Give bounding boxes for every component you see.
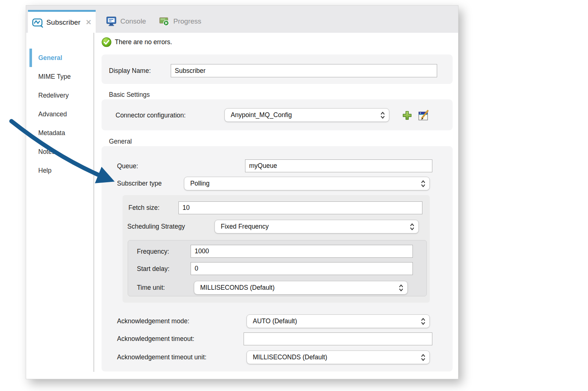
success-check-icon xyxy=(102,37,111,47)
acknowledgement-mode-select[interactable]: AUTO (Default) xyxy=(247,314,430,328)
queue-label: Queue: xyxy=(117,162,138,170)
display-name-label: Display Name: xyxy=(109,66,151,75)
sidebar-divider xyxy=(93,33,94,372)
connector-configuration-label: Connector configuration: xyxy=(116,111,186,120)
start-delay-label: Start delay: xyxy=(137,264,170,273)
add-config-icon[interactable] xyxy=(402,110,412,121)
fetch-size-label: Fetch size: xyxy=(128,203,160,212)
close-icon[interactable]: ✕ xyxy=(86,18,92,27)
time-unit-value: MILLISECONDS (Default) xyxy=(200,284,399,292)
chevron-up-down-icon xyxy=(421,179,426,188)
edit-config-icon[interactable] xyxy=(417,109,429,121)
start-delay-input[interactable] xyxy=(191,262,413,275)
sidebar-item-metadata[interactable]: Metadata xyxy=(38,128,65,137)
chevron-up-down-icon xyxy=(421,317,426,326)
tab-console[interactable]: Console xyxy=(106,10,146,33)
acknowledgement-mode-label: Acknowledgement mode: xyxy=(117,317,189,325)
screenshot-page: Subscriber ✕ Console Progress xyxy=(0,0,588,391)
acknowledgement-timeout-unit-select[interactable]: MILLISECONDS (Default) xyxy=(247,351,430,364)
subscriber-wave-icon xyxy=(32,17,43,28)
acknowledgement-mode-value: AUTO (Default) xyxy=(253,317,421,325)
tab-subscriber[interactable]: Subscriber ✕ xyxy=(28,10,96,33)
console-icon xyxy=(106,16,117,27)
sidebar-item-mime-type[interactable]: MIME Type xyxy=(38,72,71,81)
display-name-input[interactable] xyxy=(171,64,437,77)
acknowledgement-timeout-unit-label: Acknowledgement timeout unit: xyxy=(117,353,206,362)
chevron-up-down-icon xyxy=(410,222,415,231)
frequency-label: Frequency: xyxy=(137,247,169,256)
time-unit-label: Time unit: xyxy=(137,283,165,292)
sidebar-item-advanced[interactable]: Advanced xyxy=(38,110,67,119)
general-heading: General xyxy=(109,138,132,145)
chevron-up-down-icon xyxy=(380,111,385,120)
scheduling-strategy-select[interactable]: Fixed Frequency xyxy=(215,220,419,233)
scheduling-strategy-label: Scheduling Strategy xyxy=(127,222,185,231)
subscriber-type-label: Subscriber type xyxy=(117,179,162,188)
progress-icon xyxy=(159,16,170,27)
sidebar-active-indicator xyxy=(29,49,32,67)
tab-subscriber-label: Subscriber xyxy=(46,18,81,27)
scheduling-strategy-value: Fixed Frequency xyxy=(221,223,410,230)
fetch-size-input[interactable] xyxy=(178,201,422,214)
status-message: There are no errors. xyxy=(115,38,172,46)
acknowledgement-timeout-unit-value: MILLISECONDS (Default) xyxy=(253,353,421,361)
tab-progress[interactable]: Progress xyxy=(159,10,201,33)
tab-progress-label: Progress xyxy=(173,17,201,25)
sidebar-item-help[interactable]: Help xyxy=(38,166,52,175)
connector-configuration-select[interactable]: Anypoint_MQ_Config xyxy=(224,108,389,122)
sidebar-item-general[interactable]: General xyxy=(38,53,62,62)
acknowledgement-timeout-label: Acknowledgement timeout: xyxy=(117,334,194,343)
subscriber-type-select[interactable]: Polling xyxy=(184,177,430,190)
queue-input[interactable] xyxy=(245,159,432,172)
chevron-up-down-icon xyxy=(399,283,404,292)
time-unit-select[interactable]: MILLISECONDS (Default) xyxy=(194,281,408,295)
chevron-up-down-icon xyxy=(421,353,426,362)
tab-console-label: Console xyxy=(120,17,146,25)
sidebar-item-redelivery[interactable]: Redelivery xyxy=(38,91,69,100)
sidebar-item-notes[interactable]: Notes xyxy=(38,147,55,156)
subscriber-type-value: Polling xyxy=(190,180,421,187)
connector-configuration-value: Anypoint_MQ_Config xyxy=(231,111,380,119)
basic-settings-heading: Basic Settings xyxy=(109,91,150,99)
acknowledgement-timeout-input[interactable] xyxy=(244,332,432,345)
frequency-input[interactable] xyxy=(191,245,413,258)
